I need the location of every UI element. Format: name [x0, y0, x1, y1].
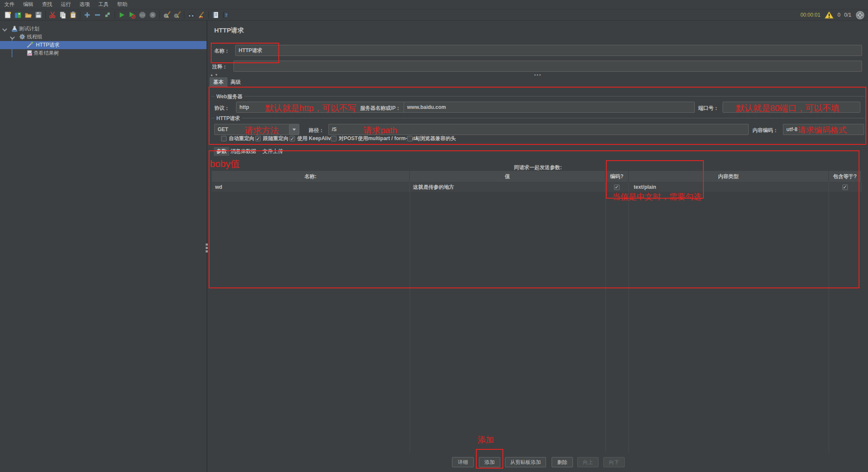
option-multipart[interactable]: ✓ 对POST使用multipart / form-data [331, 135, 418, 142]
thread-group-icon [19, 33, 26, 40]
table-cell-encode[interactable]: ✓ [605, 182, 629, 192]
toolbar-status: 00:00:01 0 0/1 [800, 9, 865, 21]
splitter-dots-icon[interactable]: ••• [208, 72, 868, 77]
menu-file[interactable]: 文件 [4, 1, 15, 8]
tree-item-thread-group[interactable]: 线程组 [0, 33, 207, 41]
up-button[interactable]: 向上 [577, 457, 599, 467]
table-grid-line [605, 171, 606, 453]
encoding-value: utf-8 [786, 126, 797, 132]
chevron-down-icon[interactable] [3, 27, 6, 31]
open-icon[interactable] [23, 10, 33, 20]
help-icon[interactable]: ? [221, 10, 231, 20]
svg-text:?: ? [225, 12, 227, 18]
table-cell-name[interactable]: wd [212, 182, 410, 192]
add-icon[interactable] [82, 10, 92, 20]
tree-item-label: HTTP请求 [36, 41, 59, 49]
httprequest-legend: HTTP请求 [215, 115, 242, 122]
option-auto-redirect[interactable]: ✓ 自动重定向 [221, 135, 254, 142]
clear-all-icon[interactable] [172, 10, 182, 20]
down-button[interactable]: 向下 [603, 457, 625, 467]
menu-tools[interactable]: 工具 [98, 1, 109, 8]
httprequest-group-border [211, 118, 865, 118]
stop-icon[interactable]: STOP [137, 10, 148, 20]
column-header-encode[interactable]: 编码? [605, 171, 629, 182]
chevron-down-icon[interactable] [10, 35, 14, 39]
checkbox-icon[interactable]: ✓ [331, 136, 337, 141]
tab-parameters[interactable]: 参数 [214, 147, 229, 156]
menu-run[interactable]: 运行 [61, 1, 71, 8]
encoding-input[interactable]: utf-8 [783, 124, 864, 135]
panel-splitter[interactable] [207, 21, 207, 472]
option-keepalive[interactable]: ✓ 使用 KeepAlive [289, 135, 334, 142]
table-cell-content-type[interactable]: text/plain [629, 182, 829, 192]
server-input[interactable]: www.baidu.com [404, 102, 695, 113]
delete-button[interactable]: 删除 [552, 457, 573, 467]
toolbar: STOP ? 00:00:01 0 0/1 [0, 9, 868, 21]
warning-triangle-icon[interactable] [824, 10, 834, 20]
add-button[interactable]: 添加 [479, 457, 500, 467]
detail-button[interactable]: 详细 [452, 457, 474, 467]
cut-icon[interactable] [47, 10, 58, 20]
webserver-legend: Web服务器 [215, 93, 244, 100]
copy-icon[interactable] [58, 10, 68, 20]
method-select[interactable]: GET [214, 124, 289, 135]
tab-basic[interactable]: 基本 [210, 77, 227, 87]
tab-body-data[interactable]: 消息体数据 [228, 147, 259, 156]
checkbox-icon[interactable]: ✓ [221, 136, 227, 141]
templates-icon[interactable] [13, 10, 23, 20]
checkbox-icon[interactable]: ✓ [842, 185, 848, 190]
tree-item-http-request[interactable]: HTTP请求 [0, 41, 207, 49]
start-no-pauses-icon[interactable] [127, 10, 137, 20]
tree-item-view-results-tree[interactable]: 查看结果树 [0, 49, 207, 57]
tree-item-label: 线程组 [27, 33, 42, 41]
column-header-include-equals[interactable]: 包含等于? [829, 171, 862, 182]
checkbox-icon[interactable]: ✓ [255, 136, 261, 141]
toggle-icon[interactable] [103, 10, 113, 20]
port-label: 端口号： [698, 105, 719, 112]
table-cell-value[interactable]: 这就是传参的地方 [410, 182, 605, 192]
tree-item-label: 查看结果树 [33, 50, 59, 57]
option-follow-redirects[interactable]: ✓ 跟随重定向 [255, 135, 289, 142]
search-icon[interactable] [186, 10, 196, 20]
tab-advanced[interactable]: 高级 [227, 77, 245, 87]
path-input[interactable]: /S [328, 124, 749, 135]
option-browser-compatible-headers[interactable]: ✓ 与浏览器兼容的头 [407, 135, 456, 142]
start-icon[interactable] [117, 10, 127, 20]
save-icon[interactable] [33, 10, 44, 20]
menu-help[interactable]: 帮助 [117, 1, 127, 8]
checkbox-icon[interactable]: ✓ [289, 136, 295, 141]
new-file-icon[interactable] [3, 10, 13, 20]
function-helper-icon[interactable] [210, 10, 221, 20]
menu-search[interactable]: 查找 [42, 1, 52, 8]
toolbar-separator [184, 11, 184, 19]
port-input[interactable] [723, 102, 860, 113]
column-header-value[interactable]: 值 [410, 171, 605, 182]
toolbar-separator [208, 11, 209, 19]
remove-icon[interactable] [92, 10, 103, 20]
add-from-clipboard-button[interactable]: 从剪贴板添加 [505, 457, 546, 467]
column-header-content-type[interactable]: 内容类型 [629, 171, 829, 182]
comment-input[interactable] [233, 61, 862, 72]
protocol-value: http [239, 104, 249, 110]
active-thread-count: 0/1 [844, 12, 851, 18]
svg-text:STOP: STOP [140, 14, 145, 16]
column-header-name[interactable]: 名称: [212, 171, 410, 182]
clear-icon[interactable] [162, 10, 172, 20]
test-plan-tree: 测试计划 线程组 HTTP请求 查看结果树 [0, 21, 207, 472]
reset-search-icon[interactable] [196, 10, 207, 20]
toolbar-separator [159, 11, 160, 19]
tree-item-test-plan[interactable]: 测试计划 [0, 25, 207, 33]
menu-options[interactable]: 选项 [80, 1, 90, 8]
tab-files-upload[interactable]: 文件上传 [260, 147, 286, 156]
checkbox-icon[interactable]: ✓ [407, 136, 413, 141]
shutdown-icon[interactable] [148, 10, 158, 20]
option-label: 自动重定向 [229, 135, 254, 142]
method-dropdown-arrow-icon[interactable] [289, 124, 299, 135]
content-area: 测试计划 线程组 HTTP请求 查看结果树 HTTP请求 [0, 21, 868, 472]
checkbox-icon[interactable]: ✓ [614, 185, 620, 190]
name-input[interactable]: HTTP请求 [235, 45, 862, 56]
paste-icon[interactable] [68, 10, 78, 20]
option-label: 跟随重定向 [263, 135, 289, 142]
table-cell-include-equals[interactable]: ✓ [829, 182, 862, 192]
menu-edit[interactable]: 编辑 [23, 1, 33, 8]
